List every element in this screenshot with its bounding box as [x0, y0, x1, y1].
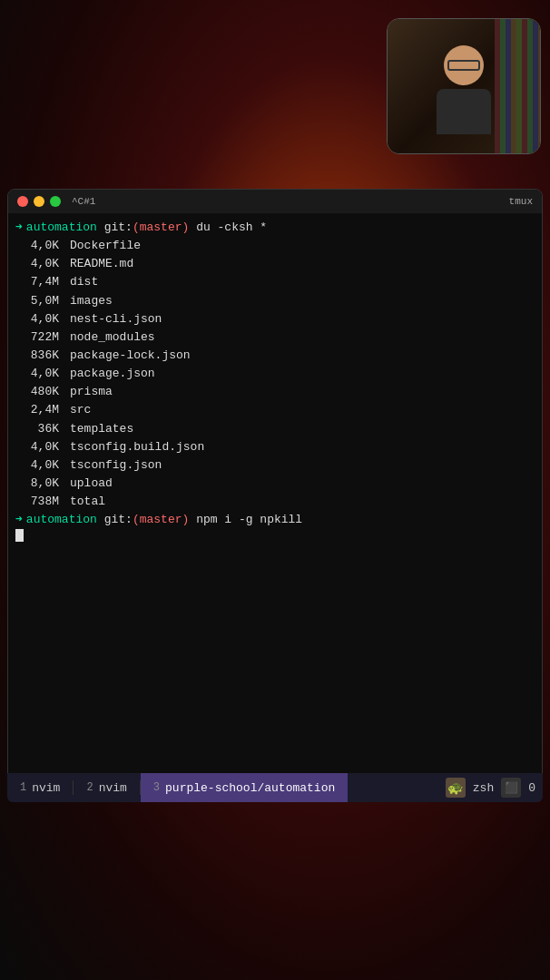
file-row-3: 5,0M images	[15, 292, 535, 310]
prompt-git-text-1: git:	[104, 219, 133, 237]
prompt-branch-1: master	[140, 219, 182, 237]
tab-1[interactable]: 1 nvim	[7, 773, 73, 802]
file-size-1: 4,0K	[15, 255, 59, 273]
tab-1-label: nvim	[32, 781, 60, 795]
tab-1-number: 1	[20, 781, 26, 794]
file-row-5: 722M node_modules	[15, 328, 535, 347]
prompt-line-1: ➜ automation git: ( master ) du -cksh *	[15, 219, 535, 237]
webcam-person	[427, 36, 500, 136]
file-name-2: dist	[70, 273, 98, 291]
terminal-titlebar: ^C#1 tmux	[8, 190, 542, 213]
file-row-8: 480K prisma	[15, 383, 535, 401]
titlebar-right-label: tmux	[509, 196, 533, 207]
prompt-git-2	[97, 511, 104, 529]
monitor-icon: ⬛	[501, 778, 521, 798]
file-row-9: 2,4M src	[15, 401, 535, 419]
statusbar-right: 🐢 zsh ⬛ 0	[446, 778, 543, 798]
file-row-4: 4,0K nest-cli.json	[15, 310, 535, 328]
cursor-line	[15, 529, 535, 542]
file-name-1: README.md	[70, 255, 133, 273]
file-name-7: package.json	[70, 365, 155, 383]
tab-2-number: 2	[86, 781, 93, 794]
file-name-12: tsconfig.json	[70, 456, 162, 475]
prompt-git-text-2: git:	[104, 511, 133, 529]
tab-2-label: nvim	[99, 781, 127, 795]
file-row-0: 4,0K Dockerfile	[15, 237, 535, 255]
minimize-button[interactable]	[34, 196, 44, 207]
file-name-10: templates	[70, 420, 133, 438]
desktop: ^C#1 tmux ➜ automation git: ( master ) d…	[0, 0, 550, 980]
file-size-9: 2,4M	[15, 401, 59, 419]
prompt-branch-2: master	[140, 511, 182, 529]
file-name-14: total	[70, 493, 105, 511]
prompt-cmd-1: du -cksh *	[189, 219, 267, 237]
prompt-branch-open-2: (	[133, 511, 140, 529]
prompt-git-1	[97, 219, 104, 237]
webcam-overlay	[387, 18, 541, 154]
file-size-8: 480K	[15, 383, 59, 401]
file-name-6: package-lock.json	[70, 347, 191, 365]
turtle-icon: 🐢	[446, 778, 466, 798]
file-name-4: nest-cli.json	[70, 310, 162, 328]
file-size-5: 722M	[15, 328, 59, 347]
file-size-11: 4,0K	[15, 438, 59, 456]
file-row-6: 836K package-lock.json	[15, 347, 535, 365]
file-size-14: 738M	[15, 493, 59, 511]
file-row-10: 36K templates	[15, 420, 535, 438]
close-button[interactable]	[17, 196, 28, 207]
terminal-window: ^C#1 tmux ➜ automation git: ( master ) d…	[7, 189, 543, 788]
titlebar-left-label: ^C#1	[72, 196, 95, 207]
statusbar: 1 nvim 2 nvim 3 purple-school/automation…	[7, 773, 543, 802]
file-row-1: 4,0K README.md	[15, 255, 535, 273]
tab-2[interactable]: 2 nvim	[74, 773, 139, 802]
file-row-12: 4,0K tsconfig.json	[15, 456, 535, 475]
file-size-4: 4,0K	[15, 310, 59, 328]
prompt-branch-close-2: )	[182, 511, 190, 529]
prompt-dir-2: automation	[26, 511, 97, 529]
file-size-2: 7,4M	[15, 273, 59, 291]
cursor-block	[15, 529, 24, 542]
file-row-11: 4,0K tsconfig.build.json	[15, 438, 535, 456]
file-row-13: 8,0K upload	[15, 475, 535, 493]
tab-3[interactable]: 3 purple-school/automation	[141, 773, 348, 802]
prompt-arrow-1: ➜	[15, 219, 23, 237]
webcam-head	[444, 45, 484, 85]
file-name-3: images	[70, 292, 113, 310]
file-size-13: 8,0K	[15, 475, 59, 493]
terminal-body[interactable]: ➜ automation git: ( master ) du -cksh * …	[8, 213, 542, 547]
webcam-background	[495, 19, 540, 153]
file-row-2: 7,4M dist	[15, 273, 535, 291]
file-row-7: 4,0K package.json	[15, 365, 535, 383]
webcam-body	[437, 89, 491, 134]
file-name-11: tsconfig.build.json	[70, 438, 204, 456]
count-label: 0	[528, 781, 535, 795]
file-size-7: 4,0K	[15, 365, 59, 383]
file-name-9: src	[70, 401, 91, 419]
file-size-12: 4,0K	[15, 456, 59, 475]
prompt-branch-open-1: (	[133, 219, 140, 237]
file-name-13: upload	[70, 475, 113, 493]
prompt-line-2: ➜ automation git: ( master ) npm i -g np…	[15, 511, 535, 529]
prompt-branch-close-1: )	[182, 219, 190, 237]
prompt-dir-1: automation	[26, 219, 97, 237]
file-row-14: 738M total	[15, 493, 535, 511]
file-name-8: prisma	[70, 383, 113, 401]
tab-3-label: purple-school/automation	[165, 781, 335, 795]
file-size-10: 36K	[15, 420, 59, 438]
webcam-glasses	[447, 60, 480, 71]
file-size-6: 836K	[15, 347, 59, 365]
file-name-0: Dockerfile	[70, 237, 141, 255]
tab-3-number: 3	[153, 781, 160, 794]
file-size-3: 5,0M	[15, 292, 59, 310]
file-size-0: 4,0K	[15, 237, 59, 255]
prompt-arrow-2: ➜	[15, 511, 23, 529]
file-name-5: node_modules	[70, 328, 155, 347]
prompt-cmd-2: npm i -g npkill	[189, 511, 302, 529]
shell-label: zsh	[473, 781, 494, 795]
maximize-button[interactable]	[50, 196, 61, 207]
